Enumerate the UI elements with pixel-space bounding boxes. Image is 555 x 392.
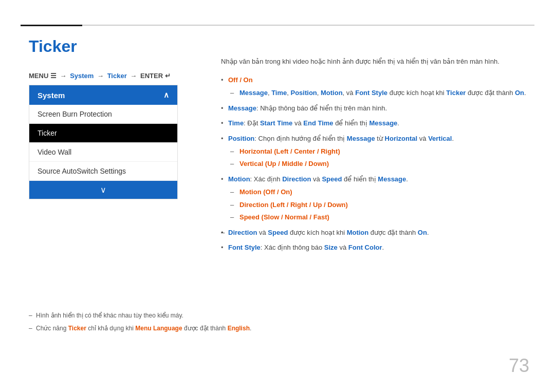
list-item-fontstyle: Font Style: Xác định thông báo Size và F…: [221, 242, 534, 253]
top-border-gray: [21, 25, 534, 26]
notes-section: Hình ảnh hiển thị có thể khác nhau tùy t…: [29, 310, 251, 335]
sub-list-offon: Message, Time, Position, Motion, và Font…: [230, 87, 534, 98]
content-area: Nhập văn bản trong khi video hoặc hình ả…: [221, 57, 534, 257]
menu-path: MENU ☰ → System → Ticker → ENTER ↵: [29, 72, 171, 80]
note-1: Hình ảnh hiển thị có thể khác nhau tùy t…: [29, 310, 251, 321]
sidebar-item-source-autoswitch[interactable]: Source AutoSwitch Settings: [29, 162, 177, 181]
note-2: Chức năng Ticker chỉ khả dụng khi Menu L…: [29, 323, 251, 333]
sidebar-item-ticker[interactable]: Ticker: [29, 124, 177, 143]
sub-item-message-note: Message, Time, Position, Motion, và Font…: [230, 87, 534, 98]
chevron-down-icon: ∨: [100, 185, 106, 194]
main-list: Off / On Message, Time, Position, Motion…: [221, 74, 534, 253]
sidebar-header: System ∧: [29, 85, 177, 105]
sub-list-position: Horizontal (Left / Center / Right) Verti…: [230, 146, 534, 170]
intro-text: Nhập văn bản trong khi video hoặc hình ả…: [221, 57, 534, 67]
sub-item-vertical: Vertical (Up / Middle / Down): [230, 158, 534, 169]
sidebar-item-screen-burn[interactable]: Screen Burn Protection: [29, 105, 177, 124]
page-number: 73: [509, 355, 529, 377]
sub-item-motion-offon: Motion (Off / On): [230, 186, 534, 197]
sidebar: System ∧ Screen Burn Protection Ticker V…: [29, 85, 178, 199]
list-item-direction-note: – Direction và Speed được kích hoạt khi …: [221, 227, 534, 238]
chevron-up-icon: ∧: [163, 90, 169, 100]
sidebar-title: System: [38, 91, 65, 100]
top-border-accent: [21, 25, 82, 26]
sidebar-item-video-wall[interactable]: Video Wall: [29, 143, 177, 162]
list-item-time: Time: Đặt Start Time và End Time để hiển…: [221, 118, 534, 128]
list-item-message: Message: Nhập thông báo để hiển thị trên…: [221, 103, 534, 114]
list-item-offon: Off / On Message, Time, Position, Motion…: [221, 74, 534, 99]
page-title: Ticker: [29, 37, 77, 56]
sidebar-footer: ∨: [29, 181, 177, 199]
list-item-motion: Motion: Xác định Direction và Speed để h…: [221, 174, 534, 223]
list-item-position: Position: Chọn định hướng để hiển thị Me…: [221, 133, 534, 170]
sub-item-direction: Direction (Left / Right / Up / Down): [230, 199, 534, 210]
sub-item-speed: Speed (Slow / Normal / Fast): [230, 212, 534, 222]
sub-item-horizontal: Horizontal (Left / Center / Right): [230, 146, 534, 157]
sub-list-motion: Motion (Off / On) Direction (Left / Righ…: [230, 186, 534, 222]
